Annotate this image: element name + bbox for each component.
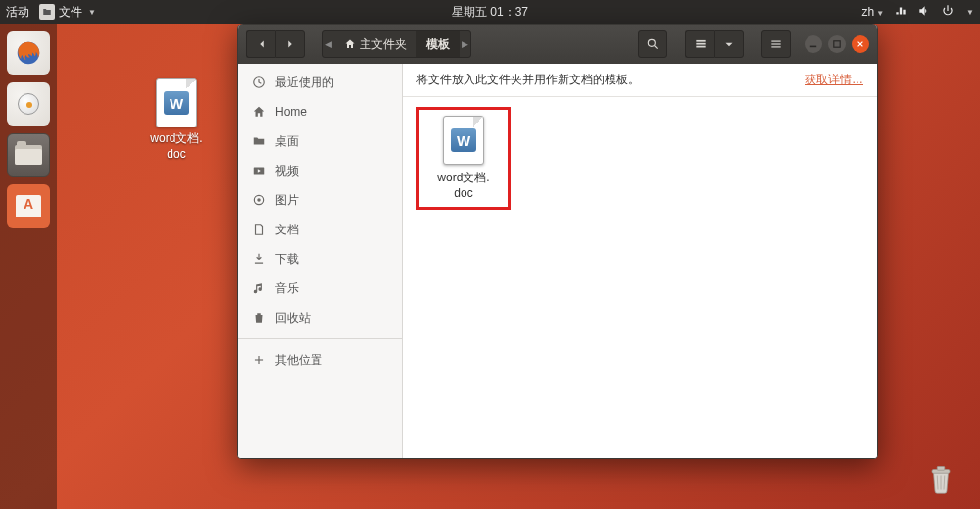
svg-rect-15 — [834, 41, 840, 47]
sidebar-item-downloads[interactable]: 下载 — [238, 244, 402, 274]
chevron-down-icon: ▼ — [966, 8, 974, 17]
dock-files[interactable] — [7, 133, 50, 177]
window-minimize-button[interactable] — [805, 35, 822, 53]
svg-rect-10 — [696, 46, 705, 48]
sidebar-item-trash[interactable]: 回收站 — [238, 303, 402, 332]
files-app-icon — [39, 4, 55, 20]
window-titlebar: ◀ 主文件夹 模板 ▶ — [238, 25, 877, 64]
file-item-word-doc[interactable]: W word文档. doc — [416, 107, 511, 210]
activities-button[interactable]: 活动 — [6, 4, 29, 21]
sidebar-item-pictures[interactable]: 图片 — [238, 185, 402, 215]
window-close-button[interactable] — [852, 35, 869, 53]
sidebar-item-videos[interactable]: 视频 — [238, 156, 402, 185]
search-button[interactable] — [638, 30, 667, 58]
view-toggle-button[interactable] — [685, 30, 714, 58]
file-view: 将文件放入此文件夹并用作新文档的模板。 获取详情… W word文档. doc — [403, 64, 877, 458]
path-segment-current[interactable]: 模板 — [416, 31, 460, 57]
clock[interactable]: 星期五 01：37 — [452, 4, 528, 21]
app-menu-label: 文件 — [59, 4, 82, 21]
window-maximize-button[interactable] — [828, 35, 846, 53]
dock-rhythmbox[interactable] — [7, 82, 50, 126]
svg-line-7 — [655, 46, 658, 49]
sidebar-item-other-locations[interactable]: 其他位置 — [238, 345, 402, 375]
chevron-left-icon[interactable]: ◀ — [323, 39, 334, 49]
view-options-button[interactable] — [714, 30, 744, 58]
desktop-file-word-doc[interactable]: W word文档. doc — [137, 78, 216, 162]
svg-point-21 — [257, 198, 261, 202]
desktop-file-label: word文档. doc — [137, 131, 216, 162]
dock-firefox[interactable] — [7, 31, 50, 75]
home-icon — [344, 38, 356, 50]
file-item-label: word文档. doc — [425, 171, 502, 201]
input-method-indicator[interactable]: zh▼ — [861, 5, 884, 19]
sidebar-separator — [238, 338, 402, 339]
svg-rect-13 — [771, 46, 780, 47]
path-segment-home[interactable]: 主文件夹 — [334, 31, 416, 57]
sidebar-item-home[interactable]: Home — [238, 97, 402, 127]
info-bar-link[interactable]: 获取详情… — [805, 72, 863, 88]
svg-point-6 — [648, 39, 655, 46]
power-icon[interactable] — [941, 4, 955, 21]
app-menu[interactable]: 文件 ▼ — [35, 4, 100, 21]
sidebar: 最近使用的 Home 桌面 视频 图片 文档 下载 音乐 回收站 其他位置 — [238, 64, 403, 458]
file-area[interactable]: W word文档. doc — [403, 97, 877, 220]
chevron-right-icon[interactable]: ▶ — [460, 39, 470, 49]
svg-rect-9 — [696, 43, 705, 45]
top-bar: 活动 文件 ▼ 星期五 01：37 zh▼ ▼ — [0, 0, 980, 24]
volume-icon[interactable] — [917, 4, 931, 21]
info-bar-message: 将文件放入此文件夹并用作新文档的模板。 — [416, 72, 640, 88]
path-bar: ◀ 主文件夹 模板 ▶ — [322, 30, 471, 58]
svg-rect-2 — [937, 467, 945, 471]
dock-software[interactable] — [7, 184, 50, 228]
hamburger-menu-button[interactable] — [761, 30, 791, 58]
svg-rect-12 — [771, 43, 780, 44]
sidebar-item-music[interactable]: 音乐 — [238, 274, 402, 303]
nav-forward-button[interactable] — [275, 30, 305, 58]
word-document-icon: W — [443, 116, 484, 165]
dock — [0, 24, 57, 509]
chevron-down-icon: ▼ — [88, 8, 96, 17]
file-manager-window: ◀ 主文件夹 模板 ▶ 最近使用的 Home 桌面 — [237, 24, 878, 459]
svg-rect-14 — [810, 46, 816, 48]
svg-rect-11 — [771, 41, 780, 42]
word-document-icon: W — [156, 78, 197, 127]
network-icon[interactable] — [894, 4, 907, 21]
desktop-trash[interactable] — [919, 458, 962, 501]
nav-back-button[interactable] — [246, 30, 275, 58]
sidebar-item-recent[interactable]: 最近使用的 — [238, 68, 402, 97]
svg-rect-8 — [696, 40, 705, 42]
templates-info-bar: 将文件放入此文件夹并用作新文档的模板。 获取详情… — [403, 64, 877, 97]
sidebar-item-documents[interactable]: 文档 — [238, 215, 402, 244]
sidebar-item-desktop[interactable]: 桌面 — [238, 127, 402, 156]
